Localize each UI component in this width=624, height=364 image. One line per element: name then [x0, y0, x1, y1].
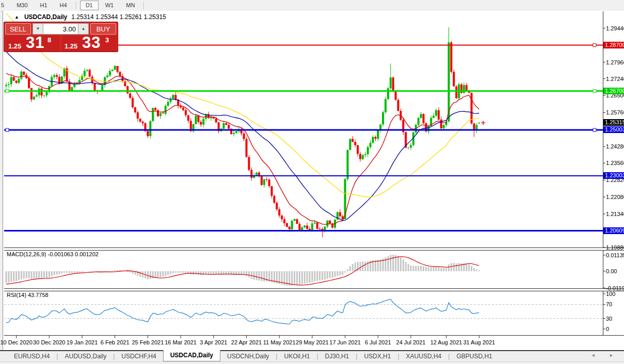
- rsi-axis-label: 70: [606, 301, 612, 307]
- tab-xauusd-h4[interactable]: XAUUSD,H4: [399, 351, 449, 361]
- rsi-plot: [4, 300, 603, 324]
- one-click-trading-panel: SELL ▼ ▲ BUY 1.25 31 8 1.25 33 3: [4, 22, 118, 52]
- tab-eurusd-h4[interactable]: EURUSD,H4: [7, 351, 56, 361]
- date-axis-border: [4, 335, 624, 336]
- date-axis-label: 31 Aug 2021: [457, 339, 501, 345]
- price-axis-label: 1.22080: [606, 194, 624, 200]
- tab-usdchf-h4[interactable]: USDCHF,H4: [115, 351, 163, 361]
- sell-price-pip: 8: [47, 36, 51, 44]
- price-axis-label: 1.25760: [606, 109, 624, 115]
- price-axis-label: 1.24280: [606, 143, 624, 150]
- macd-axis-label: 0.00: [606, 268, 617, 274]
- sell-price-big-digits: 31: [26, 34, 44, 52]
- line-handle[interactable]: [593, 44, 596, 47]
- macd-label: MACD(12,26,9) -0.001063 0.001202: [7, 251, 99, 257]
- chart-ohlc-values: 1.25314 1.25344 1.25261 1.25315: [71, 13, 166, 21]
- price-level-badge: 1.20609: [603, 227, 624, 234]
- tab-scroll-arrows[interactable]: ◄ ►: [591, 353, 620, 358]
- price-axis-label: 1.27240: [606, 76, 624, 82]
- price-axis-label: 1.23560: [606, 160, 624, 166]
- application-window: 5M30H1H4D1W1MN ▲ USDCAD,Daily 1.25314 1.…: [0, 0, 624, 364]
- price-level-badge: 1.26700: [603, 88, 624, 94]
- tab-dj30-h1[interactable]: DJ30,H1: [318, 351, 356, 361]
- axis-ticks: [17, 28, 605, 338]
- macd-histogram: [6, 255, 480, 286]
- tab-usdcnh-daily[interactable]: USDCNH,Daily: [220, 351, 276, 361]
- sell-button[interactable]: SELL: [5, 23, 31, 35]
- macd-axis-label: 0.01135: [606, 252, 624, 258]
- tab-audusd-daily[interactable]: AUDUSD,Daily: [58, 351, 113, 361]
- tab-ukoil-h1[interactable]: UKOil,H1: [277, 351, 316, 361]
- rsi-label: RSI(14) 43.7758: [7, 292, 49, 298]
- horizontal-line-1.25003[interactable]: [4, 128, 603, 131]
- buy-price-box[interactable]: 1.25 33 3: [61, 36, 117, 52]
- price-axis-label: 1.21340: [606, 211, 624, 217]
- rsi-axis-label: 0: [606, 326, 609, 332]
- line-handle[interactable]: [6, 90, 9, 93]
- line-handle[interactable]: [593, 128, 596, 131]
- chart-symbol-period: USDCAD,Daily: [24, 13, 67, 21]
- trade-controls-row: SELL ▼ ▲ BUY: [5, 23, 117, 35]
- chart-canvas: [0, 0, 624, 364]
- line-handle[interactable]: [6, 128, 9, 131]
- current-price-badge: 1.25315: [603, 119, 624, 126]
- collapse-triangle-icon[interactable]: ▲: [14, 14, 19, 20]
- rsi-axis-label: 30: [606, 316, 612, 322]
- rsi-axis-label: 100: [606, 291, 615, 297]
- macd-axis-label: -0.01190: [606, 285, 624, 291]
- volume-stepper: ▼ ▲: [33, 23, 89, 35]
- tab-usdcad-daily[interactable]: USDCAD,Daily: [163, 350, 220, 361]
- buy-button[interactable]: BUY: [90, 23, 116, 35]
- price-axis-label: 1.27960: [606, 59, 624, 65]
- volume-decrease-icon[interactable]: ▼: [33, 23, 43, 35]
- buy-price-prefix: 1.25: [65, 42, 77, 50]
- ma-30-line: [6, 52, 479, 221]
- volume-input[interactable]: [43, 23, 78, 35]
- rsi-line: [6, 300, 479, 324]
- bottom-edge: [0, 361, 624, 364]
- chart-title: ▲ USDCAD,Daily 1.25314 1.25344 1.25261 1…: [14, 13, 166, 21]
- symbol-tabbar: EURUSD,H4|AUDUSD,Daily|USDCHF,H4USDCAD,D…: [0, 350, 624, 361]
- price-level-badge: 1.23003: [603, 172, 624, 179]
- candlestick-series: [5, 27, 480, 238]
- price-axis-label: 1.29440: [606, 25, 624, 31]
- rsi-pane-separator[interactable]: [4, 288, 624, 291]
- price-level-badge: 1.28700: [603, 42, 624, 48]
- buy-price-big-digits: 33: [82, 34, 101, 52]
- last-price-marker: [481, 121, 485, 125]
- line-handle[interactable]: [593, 90, 596, 93]
- macd-pane-separator[interactable]: [4, 247, 624, 251]
- tab-gbpusd-h1[interactable]: GBPUSD,H1: [450, 351, 499, 361]
- tab-usdx-h1[interactable]: USDX,H1: [357, 351, 397, 361]
- sell-price-box[interactable]: 1.25 31 8: [5, 36, 60, 52]
- volume-increase-icon[interactable]: ▲: [78, 23, 89, 35]
- price-axis-label: 1.19880: [606, 244, 624, 251]
- price-level-badge: 1.25003: [603, 126, 624, 133]
- sell-price-prefix: 1.25: [8, 42, 21, 50]
- buy-price-pip: 3: [105, 36, 109, 44]
